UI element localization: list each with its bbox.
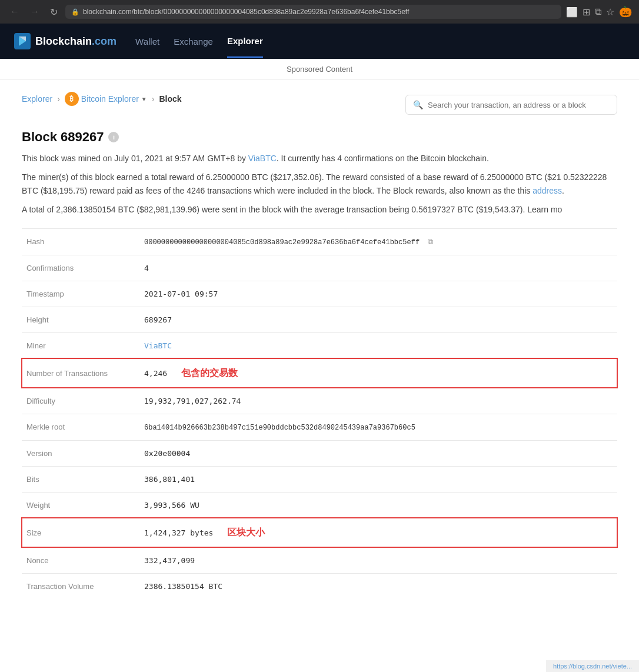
- tx-volume-label: Transaction Volume: [22, 573, 139, 599]
- address-link[interactable]: address: [532, 186, 562, 195]
- btc-dropdown[interactable]: ₿ Bitcoin Explorer ▼: [65, 92, 147, 106]
- table-row-version: Version 0x20e00004: [22, 440, 617, 466]
- address-bar[interactable]: 🔒 blockchain.com/btc/block/0000000000000…: [65, 5, 561, 19]
- nav-wallet[interactable]: Wallet: [135, 26, 159, 57]
- miner-label: Miner: [22, 332, 139, 358]
- breadcrumb-block: Block: [159, 94, 181, 104]
- viabtc-link-1[interactable]: ViaBTC: [248, 154, 277, 163]
- table-row-miner: Miner ViaBTC: [22, 332, 617, 358]
- url-text: blockchain.com/btc/block/000000000000000…: [83, 8, 409, 16]
- annotation-num-transactions: 包含的交易数: [181, 367, 238, 380]
- reload-button[interactable]: ↻: [47, 5, 61, 19]
- confirmations-value: 4: [139, 255, 617, 281]
- info-icon[interactable]: i: [108, 132, 119, 142]
- grid-icon[interactable]: ⊞: [583, 6, 590, 18]
- version-value: 0x20e00004: [139, 440, 617, 466]
- btc-icon: ₿: [65, 92, 79, 106]
- bits-label: Bits: [22, 466, 139, 492]
- breadcrumb-explorer[interactable]: Explorer: [22, 94, 52, 104]
- search-input[interactable]: [428, 101, 610, 109]
- lock-icon: 🔒: [71, 8, 79, 16]
- block-title: Block 689267 i: [22, 129, 617, 145]
- table-row-timestamp: Timestamp 2021-07-01 09:57: [22, 281, 617, 307]
- tx-volume-value: 2386.13850154 BTC: [139, 573, 617, 599]
- browser-chrome: ← → ↻ 🔒 blockchain.com/btc/block/0000000…: [0, 0, 639, 24]
- viabtc-link[interactable]: ViaBTC: [144, 341, 172, 350]
- profile-icon[interactable]: 🎃: [619, 5, 632, 18]
- table-row-nonce: Nonce 332,437,099: [22, 547, 617, 573]
- browser-actions: ⬜ ⊞ ⧉ ☆ 🎃: [566, 5, 632, 18]
- weight-label: Weight: [22, 492, 139, 518]
- cast-icon[interactable]: ⬜: [566, 6, 578, 18]
- main-content: Explorer › ₿ Bitcoin Explorer ▼ › Block …: [8, 80, 631, 611]
- height-label: Height: [22, 307, 139, 332]
- weight-value: 3,993,566 WU: [139, 492, 617, 518]
- block-desc-1: This block was mined on July 01, 2021 at…: [22, 152, 617, 165]
- height-value: 689267: [139, 307, 617, 332]
- block-title-text: Block 689267: [22, 129, 104, 145]
- version-label: Version: [22, 440, 139, 466]
- brand-name: Blockchain.com: [35, 35, 117, 48]
- sponsored-bar: Sponsored Content: [0, 59, 639, 80]
- timestamp-value: 2021-07-01 09:57: [139, 281, 617, 307]
- table-row-bits: Bits 386,801,401: [22, 466, 617, 492]
- forward-button[interactable]: →: [27, 5, 42, 18]
- block-data-table: Hash 000000000000000000004085c0d898a89ac…: [22, 228, 617, 599]
- nav-exchange[interactable]: Exchange: [174, 26, 213, 57]
- sponsored-label: Sponsored Content: [287, 65, 352, 74]
- table-row-num-transactions: Number of Transactions 4,246 包含的交易数: [22, 358, 617, 388]
- table-row-height: Height 689267: [22, 307, 617, 332]
- nav-explorer[interactable]: Explorer: [227, 25, 263, 58]
- block-desc-3: A total of 2,386.13850154 BTC ($82,981,1…: [22, 203, 617, 216]
- table-row-confirmations: Confirmations 4: [22, 255, 617, 281]
- bits-value: 386,801,401: [139, 466, 617, 492]
- navbar: Blockchain.com Wallet Exchange Explorer: [0, 24, 639, 59]
- num-transactions-value: 4,246 包含的交易数: [139, 359, 617, 388]
- back-button[interactable]: ←: [7, 5, 22, 18]
- star-icon[interactable]: ☆: [606, 6, 614, 18]
- table-row-weight: Weight 3,993,566 WU: [22, 492, 617, 518]
- num-transactions-label: Number of Transactions: [22, 358, 139, 388]
- table-row-merkle: Merkle root 6ba14014b926663b238b497c151e…: [22, 414, 617, 440]
- block-desc-2: The miner(s) of this block earned a tota…: [22, 171, 617, 197]
- hash-value: 000000000000000000004085c0d898a89ac2e992…: [139, 228, 617, 255]
- copy-hash-icon[interactable]: ⧉: [428, 237, 433, 247]
- table-row-difficulty: Difficulty 19,932,791,027,262.74: [22, 388, 617, 414]
- nonce-value: 332,437,099: [139, 547, 617, 573]
- breadcrumb-sep-1: ›: [57, 94, 60, 104]
- table-row-tx-volume: Transaction Volume 2386.13850154 BTC: [22, 573, 617, 599]
- nonce-label: Nonce: [22, 547, 139, 573]
- confirmations-label: Confirmations: [22, 255, 139, 281]
- brand-logo: [14, 33, 31, 49]
- timestamp-label: Timestamp: [22, 281, 139, 307]
- table-row-size: Size 1,424,327 bytes 区块大小: [22, 518, 617, 547]
- annotation-size: 区块大小: [227, 527, 265, 539]
- merkle-label: Merkle root: [22, 414, 139, 440]
- merkle-value: 6ba14014b926663b238b497c151e90bddcbbc532…: [139, 414, 617, 440]
- nav-links: Wallet Exchange Explorer: [135, 25, 263, 58]
- search-icon: 🔍: [413, 100, 423, 109]
- miner-value: ViaBTC: [139, 332, 617, 358]
- breadcrumb-sep-2: ›: [152, 94, 155, 104]
- breadcrumb-bitcoin-explorer: Bitcoin Explorer: [81, 94, 139, 104]
- table-row-hash: Hash 000000000000000000004085c0d898a89ac…: [22, 228, 617, 255]
- extensions-icon[interactable]: ⧉: [595, 6, 601, 17]
- difficulty-value: 19,932,791,027,262.74: [139, 388, 617, 414]
- difficulty-label: Difficulty: [22, 388, 139, 414]
- hash-label: Hash: [22, 228, 139, 255]
- breadcrumb-search-row: Explorer › ₿ Bitcoin Explorer ▼ › Block …: [22, 92, 617, 118]
- size-label: Size: [22, 518, 139, 547]
- dropdown-arrow-icon: ▼: [141, 96, 147, 102]
- size-value: 1,424,327 bytes 区块大小: [139, 518, 617, 547]
- breadcrumb: Explorer › ₿ Bitcoin Explorer ▼ › Block: [22, 92, 182, 106]
- search-box[interactable]: 🔍: [405, 95, 617, 115]
- brand[interactable]: Blockchain.com: [14, 33, 117, 49]
